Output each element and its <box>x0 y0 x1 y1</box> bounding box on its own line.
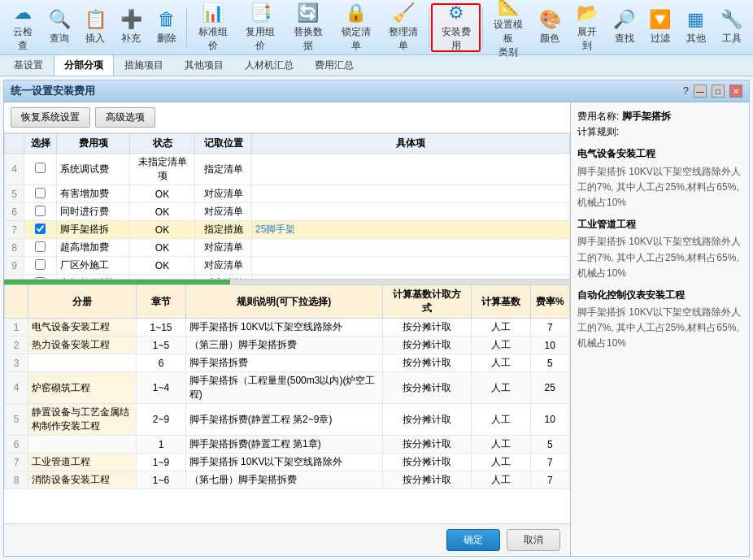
lower-row-calc-method: 按分摊计取 <box>382 436 471 454</box>
cancel-button[interactable]: 取消 <box>507 529 560 551</box>
lower-table-row: 5静置设备与工艺金属结构制作安装工程2~9脚手架搭拆费(静置工程 第2~9章)按… <box>5 404 570 436</box>
row-location: 指定清单 <box>195 154 252 185</box>
lower-row-desc: （第七册）脚手架搭拆费 <box>185 471 382 489</box>
lower-col-calc-base: 计算基数 <box>471 285 530 319</box>
lower-row-calc-method: 按分摊计取 <box>382 354 471 372</box>
tab-fee-summary[interactable]: 费用汇总 <box>304 54 364 76</box>
query-icon: 🔍 <box>49 9 71 30</box>
lower-row-calc-method: 按分摊计取 <box>382 404 471 436</box>
lower-row-calc-method: 按分摊计取 <box>382 336 471 354</box>
tools-icon: 🔧 <box>720 9 742 30</box>
toolbar-btn-replenish[interactable]: ➕ 补充 <box>113 3 149 52</box>
row-num: 9 <box>5 257 24 275</box>
tab-global-settings[interactable]: 基设置 <box>3 54 54 76</box>
row-status: OK <box>130 257 195 275</box>
toolbar-btn-delete[interactable]: 🗑 删除 <box>149 3 185 52</box>
row-checkbox-input[interactable] <box>35 163 46 173</box>
reprice-group-icon: 📑 <box>250 2 272 24</box>
toolbar-btn-clean-list[interactable]: 🧹 整理清单 <box>380 3 428 52</box>
lower-row-calc-base: 人工 <box>471 454 530 471</box>
lower-row-category: 炉窑砌筑工程 <box>28 372 137 404</box>
toolbar-btn-reprice-group[interactable]: 📑 复用组价 <box>237 3 285 52</box>
toolbar-btn-replace-data[interactable]: 🔄 替换数据 <box>285 3 333 52</box>
maximize-button[interactable]: □ <box>712 85 725 98</box>
confirm-button[interactable]: 确定 <box>446 529 500 551</box>
row-specific <box>252 257 570 275</box>
right-panel-section-content: 脚手架搭拆 10KV以下架空线路除外人工的7%, 其中人工占25%,材料占65%… <box>577 305 742 352</box>
lower-row-rate: 5 <box>530 436 569 454</box>
row-num: 4 <box>5 154 24 185</box>
toolbar-btn-lock-list[interactable]: 🔒 锁定清单 <box>332 3 380 52</box>
toolbar-btn-insert[interactable]: 📋 插入 <box>77 3 113 52</box>
dialog-title: 统一设置安装费用 <box>11 84 95 98</box>
lower-col-desc: 规则说明(可下拉选择) <box>185 285 382 319</box>
tab-measures[interactable]: 措施项目 <box>114 54 174 76</box>
close-button[interactable]: ✕ <box>729 85 742 98</box>
lower-row-calc-method: 按分摊计取 <box>382 471 471 489</box>
lower-col-calc-method: 计算基数计取方式 <box>382 285 471 319</box>
lower-row-chapter: 6 <box>137 354 186 372</box>
lower-table-row: 8消防设备安装工程1~6（第七册）脚手架搭拆费按分摊计取人工7 <box>5 471 570 489</box>
bottom-buttons: 确定 取消 <box>4 523 570 556</box>
toolbar-btn-filter[interactable]: 🔽 过滤 <box>642 3 678 52</box>
toolbar-btn-install-fee[interactable]: ⚙ 安装费用 <box>431 3 481 52</box>
lower-row-calc-method: 按分摊计取 <box>382 372 471 404</box>
lower-row-category: 静置设备与工艺金属结构制作安装工程 <box>28 404 137 436</box>
tab-labor-material[interactable]: 人材机汇总 <box>234 54 304 76</box>
lower-row-desc: 脚手架搭拆费 <box>185 354 382 372</box>
lower-row-calc-base: 人工 <box>471 319 530 336</box>
row-checkbox-input[interactable] <box>35 259 46 270</box>
row-checkbox-cell <box>24 185 57 203</box>
toolbar-btn-query[interactable]: 🔍 查询 <box>41 3 77 52</box>
row-fee-name: 同时进行费 <box>57 203 130 221</box>
toolbar-btn-color[interactable]: 🎨 颜色 <box>532 3 568 52</box>
advanced-options-button[interactable]: 高级选项 <box>95 107 155 128</box>
lower-row-num: 5 <box>5 404 28 436</box>
right-panel-section-title: 电气设备安装工程 <box>577 146 742 162</box>
restore-settings-button[interactable]: 恢复系统设置 <box>11 107 90 128</box>
divider-3 <box>482 7 483 48</box>
row-checkbox-cell <box>24 154 57 185</box>
toolbar-btn-expand-to[interactable]: 📂 展开到 <box>568 3 606 52</box>
lower-row-category: 消防设备安装工程 <box>28 471 137 489</box>
row-checkbox-input[interactable] <box>35 224 46 234</box>
lower-row-chapter: 1~15 <box>137 319 186 336</box>
right-panel-section-content: 脚手架搭拆 10KV以下架空线路除外人工的7%, 其中人工占25%,材料占65%… <box>577 234 742 281</box>
upper-table-row: 4系统调试费未指定清单项指定清单 <box>5 154 570 185</box>
set-template-icon: 📐 <box>498 0 520 16</box>
lower-row-desc: 脚手架搭拆 10KV以下架空线路除外 <box>185 319 382 336</box>
toolbar-btn-other[interactable]: ▦ 其他 <box>678 3 714 52</box>
row-checkbox-cell <box>24 221 57 239</box>
lower-row-num: 3 <box>5 354 28 372</box>
lower-table-wrap: 分册 章节 规则说明(可下拉选择) 计算基数计取方式 计算基数 费率% 1电气设… <box>4 284 570 523</box>
row-specific <box>252 203 570 221</box>
toolbar-btn-find[interactable]: 🔎 查找 <box>607 3 642 52</box>
row-checkbox-input[interactable] <box>35 206 46 216</box>
row-num: 7 <box>5 221 24 239</box>
lower-table-row: 61脚手架搭拆费(静置工程 第1章)按分摊计取人工5 <box>5 436 570 454</box>
lower-row-rate: 7 <box>530 319 569 336</box>
row-checkbox-input[interactable] <box>35 241 46 252</box>
lower-row-chapter: 1~9 <box>137 454 186 471</box>
lower-row-rate: 25 <box>530 372 569 404</box>
fee-name-row: 费用名称: 脚手架搭拆 <box>577 109 742 124</box>
row-checkbox-input[interactable] <box>35 188 46 198</box>
tab-other-items[interactable]: 其他项目 <box>174 54 234 76</box>
divider-2 <box>429 7 429 48</box>
toolbar-btn-tools[interactable]: 🔧 工具 <box>714 3 750 52</box>
upper-table-row: 7脚手架搭拆OK指定措施25脚手架 <box>5 221 570 239</box>
delete-icon: 🗑 <box>158 9 176 30</box>
row-checkbox-cell <box>24 203 57 221</box>
right-panel-section-title: 自动化控制仪表安装工程 <box>577 288 742 303</box>
toolbar-btn-set-template[interactable]: 📐 设置模板 类别 <box>485 3 533 52</box>
help-icon[interactable]: ? <box>683 85 689 98</box>
lower-row-category: 热力设备安装工程 <box>28 336 137 354</box>
row-checkbox-cell <box>24 257 57 275</box>
toolbar-btn-cloud-check[interactable]: ☁ 云检查 <box>3 3 41 52</box>
replenish-icon: ➕ <box>120 9 142 30</box>
dialog-title-bar: 统一设置安装费用 ? — □ ✕ <box>4 80 749 102</box>
lower-row-calc-base: 人工 <box>471 354 530 372</box>
toolbar-btn-standard-group[interactable]: 📊 标准组价 <box>189 3 237 52</box>
tab-sub-items[interactable]: 分部分项 <box>54 54 114 76</box>
minimize-button[interactable]: — <box>694 85 707 98</box>
